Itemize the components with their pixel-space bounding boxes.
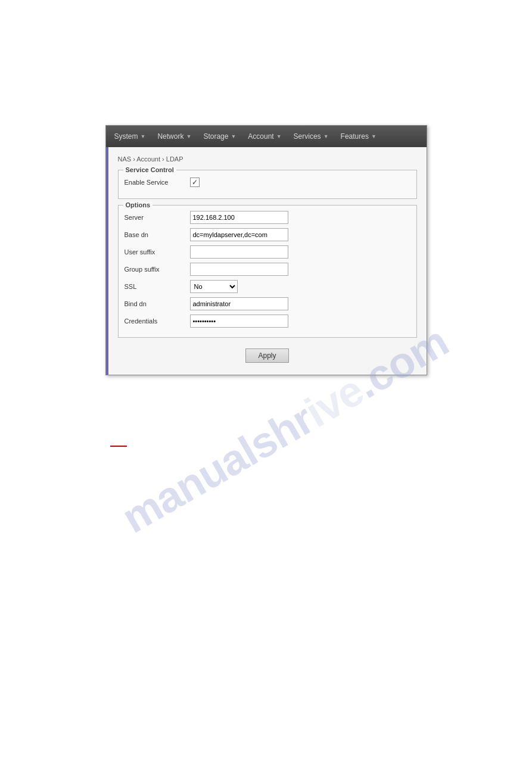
nav-network[interactable]: Network ▼ — [151, 126, 197, 147]
user-suffix-input[interactable] — [190, 245, 288, 259]
nav-services-label: Services — [294, 132, 321, 141]
base-dn-label: Base dn — [125, 231, 190, 238]
nav-storage-chevron: ▼ — [231, 133, 236, 139]
bind-dn-row: Bind dn — [125, 297, 410, 311]
nav-account[interactable]: Account ▼ — [242, 126, 287, 147]
nav-storage[interactable]: Storage ▼ — [197, 126, 242, 147]
enable-service-checkbox[interactable] — [190, 178, 200, 187]
nav-system-chevron: ▼ — [141, 133, 146, 139]
user-suffix-label: User suffix — [125, 248, 190, 256]
credentials-label: Credentials — [125, 318, 190, 325]
nav-features-label: Features — [341, 132, 369, 141]
group-suffix-row: Group suffix — [125, 262, 410, 276]
nav-services-chevron: ▼ — [323, 133, 329, 139]
credentials-row: Credentials — [125, 314, 410, 328]
red-underline — [110, 446, 127, 447]
main-content: NAS › Account › LDAP Service Control Ena… — [106, 147, 427, 375]
base-dn-input[interactable] — [190, 228, 288, 241]
options-section: Options Server Base dn User suffix — [118, 205, 417, 338]
bind-dn-input[interactable] — [190, 297, 288, 310]
nav-system[interactable]: System ▼ — [108, 126, 152, 147]
service-control-legend: Service Control — [123, 166, 176, 173]
nav-features-chevron: ▼ — [371, 133, 377, 139]
user-suffix-row: User suffix — [125, 245, 410, 259]
nav-system-label: System — [114, 132, 138, 141]
ssl-select[interactable]: No Yes — [190, 280, 238, 293]
service-control-section: Service Control Enable Service — [118, 170, 417, 199]
apply-button[interactable]: Apply — [245, 348, 288, 363]
enable-service-row: Enable Service — [125, 175, 410, 189]
nav-services[interactable]: Services ▼ — [288, 126, 335, 147]
nav-network-label: Network — [157, 132, 183, 141]
options-legend: Options — [123, 201, 153, 208]
group-suffix-input[interactable] — [190, 263, 288, 276]
nav-network-chevron: ▼ — [186, 133, 191, 139]
group-suffix-label: Group suffix — [125, 266, 190, 273]
button-row: Apply — [118, 344, 417, 365]
nav-account-chevron: ▼ — [276, 133, 282, 139]
nav-storage-label: Storage — [203, 132, 228, 141]
breadcrumb-text: NAS › Account › LDAP — [118, 155, 183, 163]
bind-dn-label: Bind dn — [125, 300, 190, 307]
credentials-input[interactable] — [190, 315, 288, 328]
ssl-row: SSL No Yes — [125, 279, 410, 294]
server-input[interactable] — [190, 211, 288, 224]
server-label: Server — [125, 214, 190, 221]
nav-features[interactable]: Features ▼ — [335, 126, 382, 147]
base-dn-row: Base dn — [125, 228, 410, 242]
server-row: Server — [125, 210, 410, 225]
navbar: System ▼ Network ▼ Storage ▼ Account ▼ S… — [106, 126, 427, 147]
breadcrumb: NAS › Account › LDAP — [118, 155, 417, 163]
ssl-label: SSL — [125, 283, 190, 290]
nav-account-label: Account — [248, 132, 273, 141]
enable-service-label: Enable Service — [125, 179, 190, 186]
main-window: System ▼ Network ▼ Storage ▼ Account ▼ S… — [105, 125, 427, 375]
